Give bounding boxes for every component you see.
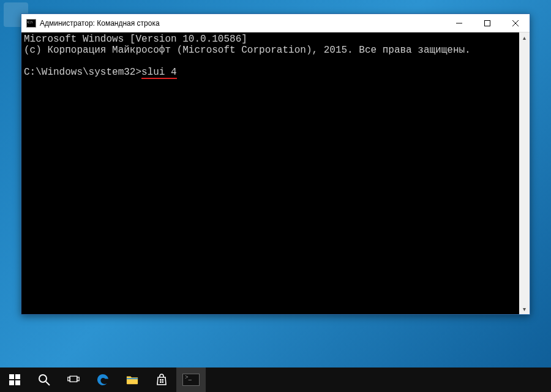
scroll-up-arrow[interactable]: ▴ xyxy=(519,32,530,43)
file-explorer-button[interactable] xyxy=(118,368,147,392)
search-button[interactable] xyxy=(29,368,59,392)
svg-rect-13 xyxy=(127,378,138,379)
svg-rect-1 xyxy=(485,21,490,26)
cmd-thumb-icon xyxy=(182,374,200,386)
taskbar xyxy=(0,368,551,392)
command-prompt-window: Администратор: Командная строка Microsof… xyxy=(21,13,530,315)
svg-line-9 xyxy=(46,382,50,385)
console-frame: Microsoft Windows [Version 10.0.10586] (… xyxy=(21,32,530,314)
prompt-path: C:\Windows\system32> xyxy=(24,67,141,78)
maximize-button[interactable] xyxy=(473,14,501,32)
console-output[interactable]: Microsoft Windows [Version 10.0.10586] (… xyxy=(21,32,519,314)
svg-rect-17 xyxy=(162,382,164,383)
taskview-button[interactable] xyxy=(59,368,88,392)
store-button[interactable] xyxy=(147,368,176,392)
svg-rect-4 xyxy=(9,374,14,379)
svg-rect-10 xyxy=(70,376,77,382)
console-line: Microsoft Windows [Version 10.0.10586] xyxy=(24,34,247,45)
console-line: (c) Корпорация Майкрософт (Microsoft Cor… xyxy=(24,45,471,56)
svg-rect-5 xyxy=(15,374,20,379)
svg-rect-7 xyxy=(15,380,20,385)
svg-rect-11 xyxy=(68,377,70,381)
window-title: Администратор: Командная строка xyxy=(40,19,160,28)
svg-point-8 xyxy=(39,375,47,382)
close-button[interactable] xyxy=(501,14,530,32)
scroll-down-arrow[interactable]: ▾ xyxy=(519,304,530,314)
entered-command: slui 4 xyxy=(141,67,177,79)
svg-rect-14 xyxy=(160,379,162,381)
svg-rect-15 xyxy=(162,379,164,381)
svg-rect-6 xyxy=(9,380,14,385)
edge-button[interactable] xyxy=(88,368,118,392)
titlebar[interactable]: Администратор: Командная строка xyxy=(21,14,530,32)
window-controls xyxy=(445,14,530,32)
cmd-taskbar-button[interactable] xyxy=(176,368,206,392)
svg-rect-16 xyxy=(160,382,162,383)
cmd-icon xyxy=(26,19,36,28)
start-button[interactable] xyxy=(0,368,29,392)
vertical-scrollbar[interactable]: ▴ ▾ xyxy=(519,32,530,314)
svg-rect-12 xyxy=(77,377,79,381)
minimize-button[interactable] xyxy=(445,14,473,32)
